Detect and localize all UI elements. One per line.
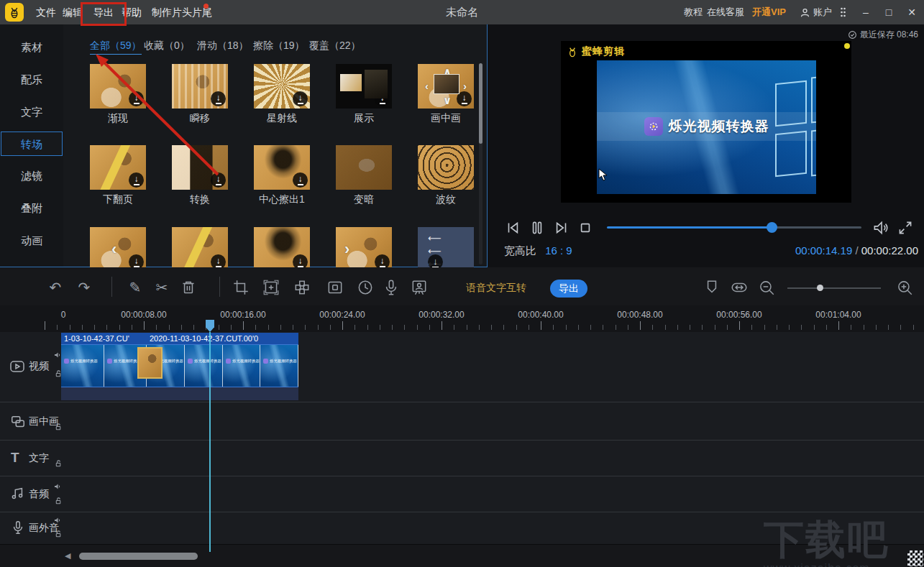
more-menu-icon[interactable] (840, 0, 846, 24)
transition-thumb-ripple[interactable] (418, 145, 474, 190)
volume-icon[interactable] (872, 218, 890, 237)
account-button[interactable]: 账户 (800, 0, 832, 24)
transition-thumb-flip-down[interactable]: ↓ (90, 145, 146, 190)
stop-button[interactable] (576, 218, 595, 237)
app-logo-icon[interactable] (5, 3, 24, 22)
download-icon[interactable]: ↓ (293, 91, 308, 106)
track-pip[interactable]: 画中画 (0, 402, 924, 440)
lock-icon[interactable] (54, 459, 63, 468)
vip-upgrade-link[interactable]: 开通VIP (752, 0, 786, 24)
tab-slide[interactable]: 滑动（18） (197, 37, 249, 55)
portrait-icon[interactable] (410, 278, 429, 297)
track-voiceover[interactable]: 画外音 (0, 512, 924, 544)
timeline-clip-1[interactable]: 1-03-10-42-37.CU' 烁光视频转换器 烁光视频转换器 (61, 333, 147, 401)
notification-dot (203, 4, 209, 9)
aspect-ratio[interactable]: 宽高比 16 : 9 (504, 244, 572, 258)
download-icon[interactable]: ↓ (211, 91, 226, 106)
zoom-frame-icon[interactable] (262, 278, 280, 297)
mute-icon[interactable] (53, 516, 62, 525)
sidebar-item-text[interactable]: 文字 (1, 100, 63, 124)
seek-slider[interactable] (607, 226, 861, 229)
timeline-zoom-slider[interactable] (787, 287, 881, 289)
track-label-voiceover: 画外音 (0, 512, 61, 544)
export-button[interactable]: 导出 (550, 280, 587, 298)
applied-transition-thumb[interactable] (137, 347, 163, 379)
tab-overlay[interactable]: 覆盖（22） (309, 37, 361, 55)
redo-icon[interactable]: ↷ (75, 278, 93, 297)
transition-thumb-pip[interactable]: ‹› ∧∨ ↓ (418, 64, 474, 109)
tab-wipe[interactable]: 擦除（19） (253, 37, 305, 55)
download-icon[interactable]: ↓ (129, 91, 144, 106)
transition-thumb[interactable]: ‹↓ (90, 227, 146, 272)
transition-thumb-darken[interactable] (336, 145, 392, 190)
timeline-ruler[interactable]: 0 00:00:08.00 00:00:16.00 00:00:24.00 00… (0, 305, 924, 332)
marker-icon[interactable] (703, 278, 721, 297)
minimize-button[interactable]: – (856, 0, 875, 24)
seek-slider-thumb[interactable] (767, 222, 777, 233)
delete-icon[interactable] (179, 278, 198, 297)
menu-file[interactable]: 文件 (36, 0, 56, 24)
sidebar: 素材 配乐 文字 转场 滤镜 叠附 动画 (0, 24, 63, 267)
transition-thumb-transform[interactable]: ↓ (172, 145, 228, 190)
previous-frame-button[interactable] (504, 218, 523, 237)
overlay-frame-icon[interactable] (326, 278, 344, 297)
track-audio[interactable]: 音频 (0, 476, 924, 512)
record-voice-icon[interactable] (382, 278, 401, 297)
menu-edit[interactable]: 编辑 (63, 0, 83, 24)
online-support-link[interactable]: 在线客服 (707, 0, 744, 24)
sidebar-item-music[interactable]: 配乐 (1, 68, 63, 92)
tab-favorites[interactable]: 收藏（0） (144, 37, 190, 55)
undo-icon[interactable]: ↶ (46, 278, 65, 297)
lock-icon[interactable] (54, 497, 63, 505)
transition-thumb-show[interactable]: ↓ (336, 64, 392, 109)
sidebar-item-media[interactable]: 素材 (1, 35, 63, 60)
transition-thumb-center-wipe[interactable]: ↓ (254, 145, 310, 190)
transition-thumb[interactable]: ↓ (254, 227, 310, 272)
timeline-clip-2[interactable]: 2020-11-03-10-42-37.CUT.00'0 烁光视频转换器 烁光视… (147, 333, 298, 401)
download-icon[interactable]: ↓ (293, 172, 308, 188)
transition-thumb-slide-left[interactable]: ⟵⟵⟵ ↓ (418, 227, 474, 272)
track-label-audio: 音频 (0, 476, 61, 512)
download-icon[interactable]: ↓ (129, 172, 144, 188)
scroll-left-icon[interactable]: ◀ (65, 551, 70, 561)
cut-icon[interactable]: ✂ (152, 278, 171, 297)
sidebar-item-animation[interactable]: 动画 (1, 229, 63, 253)
lock-icon[interactable] (54, 423, 63, 431)
horizontal-scrollbar-thumb[interactable] (79, 553, 198, 560)
download-icon[interactable]: ↓ (457, 91, 472, 106)
sidebar-item-filters[interactable]: 滤镜 (1, 164, 63, 188)
converter-app-icon (226, 359, 231, 364)
fit-timeline-icon[interactable] (730, 278, 749, 297)
track-text[interactable]: T 文字 (0, 440, 924, 476)
fullscreen-icon[interactable] (896, 218, 915, 237)
transition-thumb-starburst[interactable]: ↓ (254, 64, 310, 109)
maximize-button[interactable]: □ (879, 0, 898, 24)
speech-to-text-button[interactable]: 语音文字互转 (466, 282, 526, 295)
next-frame-button[interactable] (552, 218, 570, 237)
crop-icon[interactable] (232, 278, 250, 297)
panel-scrollbar-thumb[interactable] (479, 63, 482, 144)
transition-thumb-fade[interactable]: ↓ (90, 64, 146, 109)
transition-thumb-teleport[interactable]: ↓ (172, 64, 228, 109)
tutorial-link[interactable]: 教程 (684, 0, 703, 24)
sidebar-item-transitions[interactable]: 转场 (1, 132, 63, 156)
menu-intro-outro[interactable]: 制作片头片尾 (152, 0, 212, 24)
pause-button[interactable] (528, 218, 546, 237)
close-button[interactable]: ✕ (902, 0, 921, 24)
download-icon[interactable]: ↓ (211, 172, 226, 188)
mosaic-icon[interactable] (293, 278, 311, 297)
lock-icon[interactable] (54, 530, 63, 538)
zoom-in-icon[interactable] (895, 278, 914, 297)
zoom-out-icon[interactable] (757, 278, 776, 297)
sidebar-item-overlays[interactable]: 叠附 (1, 196, 63, 221)
preview-viewport[interactable]: 蜜蜂剪辑 烁光视频转换器 (561, 41, 851, 203)
duration-icon[interactable] (356, 278, 375, 297)
edit-icon[interactable]: ✎ (126, 278, 145, 297)
transition-thumb[interactable]: ↓ (172, 227, 228, 272)
mute-icon[interactable] (53, 482, 62, 491)
track-label-pip: 画中画 (0, 402, 61, 440)
transition-thumb[interactable]: ›↓ (336, 227, 392, 272)
timeline-zoom-thumb[interactable] (817, 285, 823, 291)
tab-all[interactable]: 全部（59） (90, 37, 142, 55)
download-icon[interactable]: ↓ (375, 91, 390, 106)
